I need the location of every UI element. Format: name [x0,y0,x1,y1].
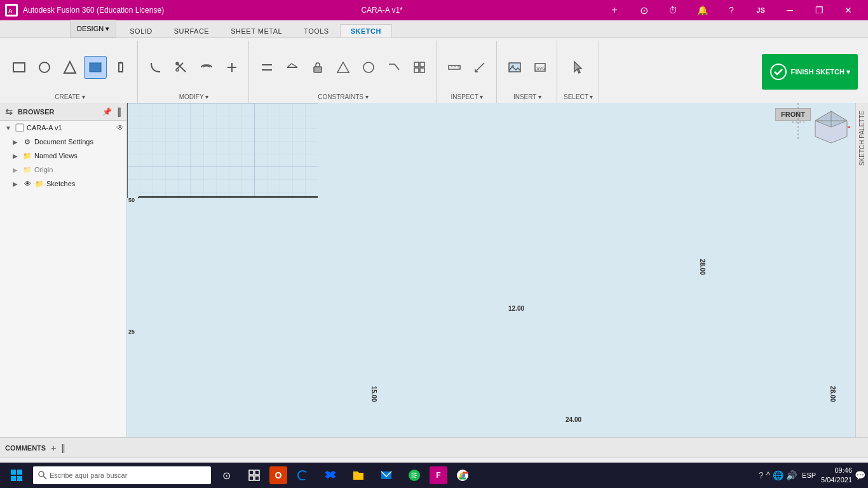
taskbar-cortana[interactable]: ⊙ [214,464,239,487]
taskbar-task-view[interactable] [241,464,267,487]
language-label: ESP [802,471,816,479]
constraints-group: CONSTRAINTS ▾ [250,41,437,103]
svg-marker-4 [64,62,76,73]
search-bar[interactable]: Escribe aquí para buscar [33,466,211,484]
tab-solid[interactable]: SOLID [119,24,163,37]
taskbar-spotify[interactable] [402,464,427,487]
svg-rect-205 [255,470,259,475]
expand-tray-icon[interactable]: ^ [766,470,770,480]
inspect-label[interactable]: INSPECT ▾ [451,93,484,100]
minimize-btn[interactable]: ─ [775,0,804,20]
taskbar-edge[interactable] [290,464,315,487]
measure-tool[interactable] [468,56,491,79]
inspect-tools [443,43,491,91]
canvas-area[interactable]: ✓ ✓ ✓ ✓ ✓ 8.00 [127,103,855,437]
taskbar-fusion360[interactable]: F [430,466,447,484]
tab-tools[interactable]: TOOLS [293,24,340,37]
taskbar-dropbox[interactable] [318,464,343,487]
tangent-constraint[interactable] [383,56,405,79]
parallel-constraint[interactable] [255,56,278,79]
fillet-tool[interactable] [144,56,167,79]
origin-expand-arrow: ▶ [13,166,20,173]
taskbar-mail[interactable] [374,464,399,487]
taskbar-office[interactable]: O [269,466,287,484]
titlebar: A Autodesk Fusion 360 (Education License… [0,0,868,20]
browser-pin[interactable]: 📌 [102,107,112,116]
tab-sheet-metal[interactable]: SHEET METAL [220,24,293,37]
modify-label[interactable]: MODIFY ▾ [179,93,208,100]
svg-rect-199 [17,470,22,475]
ruler-tool[interactable] [443,56,466,79]
browser-doc-settings[interactable]: ▶ ⚙ Document Settings [0,135,126,149]
ribbon-content: CREATE ▾ [0,38,868,103]
browser-expand[interactable]: ⇆ [5,107,13,117]
start-button[interactable] [3,464,31,487]
tab-surface[interactable]: SURFACE [163,24,220,37]
add-tab-btn[interactable]: + [600,0,629,20]
svg-rect-40 [16,124,24,132]
rectangle-tool[interactable] [8,56,31,79]
circle-constraint[interactable] [357,56,380,79]
canvas-grid: ✓ ✓ ✓ ✓ ✓ 8.00 [127,103,318,198]
svg-rect-19 [314,67,322,72]
root-expand-arrow: ▼ [5,125,13,132]
filled-rect-tool[interactable] [84,56,107,79]
taskbar-chrome[interactable] [450,464,475,487]
close-btn[interactable]: ✕ [834,0,863,20]
taskbar-files[interactable] [346,464,371,487]
volume-icon[interactable]: 🔊 [786,470,797,480]
design-dropdown[interactable]: DESIGN ▾ [70,20,116,37]
triangle-constraint[interactable] [332,56,355,79]
modify-tools [144,43,243,91]
frame-constraint[interactable] [408,56,431,79]
comments-add-btn[interactable]: + [51,443,56,453]
system-tray: ? ^ 🌐 🔊 ESP 09:46 5/04/2021 💬 [759,466,865,485]
window-controls: + ⊙ ⏱ 🔔 ? JS ─ ❐ ✕ [600,0,863,20]
user-btn[interactable]: JS [746,0,775,20]
notification-btn[interactable]: 🔔 [688,0,717,20]
offset-tool[interactable] [195,56,218,79]
browser-collapse-btn[interactable]: ‖ [117,107,121,117]
network-icon[interactable]: 🌐 [773,470,783,480]
clock[interactable]: 09:46 5/04/2021 [821,466,852,485]
svg-rect-204 [249,470,254,475]
help-tray-icon[interactable]: ? [759,470,764,480]
midpoint-constraint[interactable] [281,56,304,79]
sketch-palette-label[interactable]: SKETCH PALETTE [858,111,865,166]
circle-tool[interactable] [33,56,56,79]
tab-sketch[interactable]: SKETCH [340,24,392,37]
trim-tool[interactable] [220,56,243,79]
sketches-eye-icon[interactable]: 👁 [22,179,32,189]
insert-svg-tool[interactable]: SVG [529,56,552,79]
view-cube[interactable] [812,108,850,146]
root-visibility[interactable]: 👁 [116,123,124,132]
select-tool[interactable] [567,56,590,79]
triangle-tool[interactable] [58,56,81,79]
browser-named-views[interactable]: ▶ 📁 Named Views [0,149,126,163]
notifications-icon[interactable]: 💬 [855,470,865,480]
doc-expand-arrow: ▶ [13,139,20,146]
browser-root[interactable]: ▼ CARA-A v1 👁 [0,121,126,135]
finish-sketch-btn[interactable]: FINISH SKETCH ▾ [762,54,858,90]
browser-btn[interactable]: ⊙ [629,0,658,20]
lock-constraint[interactable] [306,56,329,79]
help-btn[interactable]: ? [717,0,746,20]
select-label[interactable]: SELECT ▾ [564,93,593,100]
named-views-label: Named Views [34,152,78,159]
browser-origin[interactable]: ▶ 📁 Origin [0,163,126,177]
insert-image-tool[interactable] [503,56,526,79]
insert-label[interactable]: INSERT ▾ [513,93,541,100]
history-btn[interactable]: ⏱ [658,0,688,20]
svg-rect-42 [127,103,318,198]
dim-28-outer-right: 28.00 [829,386,836,402]
point-tool[interactable] [109,56,132,79]
maximize-btn[interactable]: ❐ [804,0,834,20]
constraints-label[interactable]: CONSTRAINTS ▾ [318,93,368,100]
named-views-expand-arrow: ▶ [13,152,20,159]
create-label[interactable]: CREATE ▾ [55,93,85,100]
comments-collapse-btn[interactable]: ‖ [61,443,65,453]
design-label: DESIGN ▾ [77,25,109,33]
axis-lines [792,103,804,141]
scissors-tool[interactable] [170,56,193,79]
browser-sketches[interactable]: ▶ 👁 📁 Sketches [0,177,126,191]
